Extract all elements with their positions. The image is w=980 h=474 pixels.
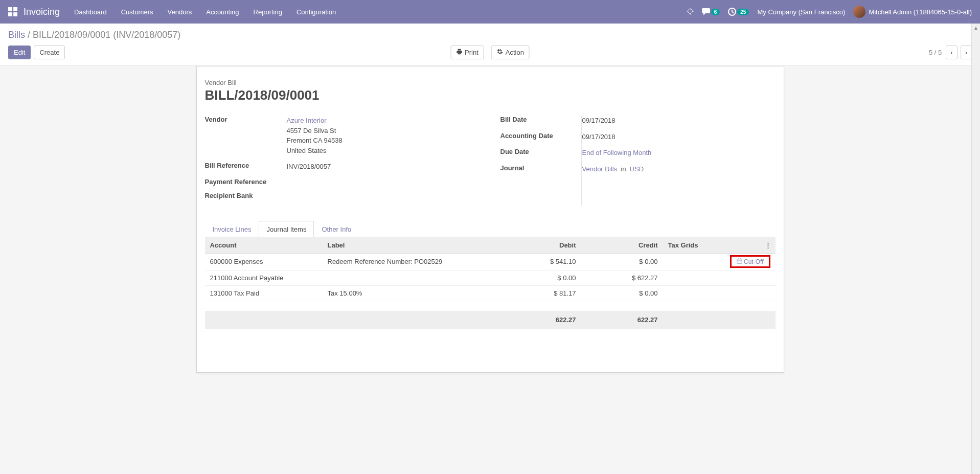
vendor-label: Vendor <box>205 116 287 123</box>
vendor-link[interactable]: Azure Interior <box>287 117 327 124</box>
apps-icon[interactable] <box>8 7 17 16</box>
gear-icon <box>497 49 503 56</box>
breadcrumb-root[interactable]: Bills <box>8 30 25 40</box>
billdate-value: 09/17/2018 <box>582 116 776 126</box>
th-debit[interactable]: Debit <box>499 237 581 254</box>
form-body: Vendor Bill BILL/2018/09/0001 Vendor Azu… <box>0 66 980 474</box>
debug-icon[interactable] <box>687 8 694 16</box>
user-name: Mitchell Admin (11884065-15-0-all) <box>869 8 972 16</box>
journal-value[interactable]: Vendor Bills <box>582 165 618 173</box>
cell-label <box>323 270 499 285</box>
print-label: Print <box>465 49 478 56</box>
navbar-right: 6 25 My Company (San Francisco) Mitchell… <box>687 6 972 18</box>
svg-point-4 <box>688 9 692 13</box>
cell-tax <box>663 253 719 270</box>
svg-rect-2 <box>8 12 12 16</box>
messages-badge: 6 <box>711 9 720 15</box>
cutoff-button[interactable]: Cut-Off <box>734 257 766 266</box>
company-switcher[interactable]: My Company (San Francisco) <box>757 8 845 16</box>
top-navbar: Invoicing Dashboard Customers Vendors Ac… <box>0 0 980 24</box>
menu-accounting[interactable]: Accounting <box>206 8 239 16</box>
cutoff-highlight: Cut-Off <box>730 255 770 268</box>
chevron-left-icon: ‹ <box>950 49 952 56</box>
cell-account: 600000 Expenses <box>205 253 323 270</box>
billref-label: Bill Reference <box>205 162 287 169</box>
chevron-right-icon: › <box>965 49 967 56</box>
action-button[interactable]: Action <box>491 46 530 59</box>
billref-value: INV/2018/0057 <box>287 162 480 172</box>
table-row[interactable]: 600000 Expenses Redeem Reference Number:… <box>205 253 776 270</box>
scrollbar[interactable]: ▲ <box>971 24 980 474</box>
pager-text[interactable]: 5 / 5 <box>929 49 942 56</box>
edit-button[interactable]: Edit <box>8 46 31 59</box>
vendor-addr3: United States <box>287 147 327 154</box>
page-title: BILL/2018/09/0001 <box>205 87 776 103</box>
billdate-label: Bill Date <box>500 116 582 123</box>
payref-label: Payment Reference <box>205 178 287 186</box>
app-brand: Invoicing <box>24 7 60 17</box>
tab-other-info[interactable]: Other Info <box>314 221 359 237</box>
print-icon <box>456 49 462 56</box>
cell-debit: $ 541.10 <box>499 253 581 270</box>
th-taxgrids[interactable]: Tax Grids <box>663 237 719 254</box>
create-button[interactable]: Create <box>34 46 65 59</box>
duedate-label: Due Date <box>500 148 582 155</box>
form-right-col: Bill Date 09/17/2018 Accounting Date 09/… <box>500 116 776 206</box>
cell-label: Tax 15.00% <box>323 285 499 301</box>
table-row[interactable]: 211000 Account Payable $ 0.00 $ 622.27 <box>205 270 776 285</box>
th-credit[interactable]: Credit <box>581 237 663 254</box>
user-menu[interactable]: Mitchell Admin (11884065-15-0-all) <box>853 6 972 18</box>
journal-in: in <box>621 165 626 173</box>
activities-badge: 25 <box>737 9 749 15</box>
cell-label: Redeem Reference Number: PO02529 <box>323 253 499 270</box>
bank-label: Recipient Bank <box>205 192 287 199</box>
tab-invoice-lines[interactable]: Invoice Lines <box>205 221 259 237</box>
svg-rect-0 <box>8 7 12 11</box>
menu-reporting[interactable]: Reporting <box>254 8 282 16</box>
avatar <box>853 6 865 18</box>
cutoff-label: Cut-Off <box>744 258 763 265</box>
form-subtitle: Vendor Bill <box>205 79 776 86</box>
cell-debit: $ 0.00 <box>499 270 581 285</box>
cell-debit: $ 81.17 <box>499 285 581 301</box>
duedate-value[interactable]: End of Following Month <box>582 149 652 156</box>
svg-rect-3 <box>13 12 17 16</box>
columns-menu-icon[interactable]: ⋮ <box>765 241 770 249</box>
menu-dashboard[interactable]: Dashboard <box>74 8 107 16</box>
accdate-label: Accounting Date <box>500 132 582 140</box>
vendor-addr2: Fremont CA 94538 <box>287 137 343 144</box>
cell-account: 131000 Tax Paid <box>205 285 323 301</box>
control-panel: Bills / BILL/2018/09/0001 (INV/2018/0057… <box>0 24 980 66</box>
activities-icon[interactable]: 25 <box>728 8 749 16</box>
total-debit: 622.27 <box>499 311 581 329</box>
cell-credit: $ 0.00 <box>581 285 663 301</box>
print-button[interactable]: Print <box>450 46 484 59</box>
journal-currency[interactable]: USD <box>630 165 644 173</box>
menu-configuration[interactable]: Configuration <box>297 8 336 16</box>
breadcrumb-current: BILL/2018/09/0001 (INV/2018/0057) <box>33 30 180 40</box>
action-label: Action <box>506 49 524 56</box>
pager-prev-button[interactable]: ‹ <box>946 46 957 59</box>
calendar-icon <box>737 258 742 265</box>
scroll-up-icon[interactable]: ▲ <box>972 24 980 32</box>
messages-icon[interactable]: 6 <box>702 8 720 15</box>
svg-rect-10 <box>737 259 742 263</box>
cell-account: 211000 Account Payable <box>205 270 323 285</box>
form-left-col: Vendor Azure Interior 4557 De Silva St F… <box>205 116 480 206</box>
menu-vendors[interactable]: Vendors <box>168 8 192 16</box>
cell-credit: $ 0.00 <box>581 253 663 270</box>
cell-tax <box>663 285 719 301</box>
cell-credit: $ 622.27 <box>581 270 663 285</box>
cell-tax <box>663 270 719 285</box>
menu-customers[interactable]: Customers <box>121 8 153 16</box>
vendor-addr1: 4557 De Silva St <box>287 127 336 134</box>
main-menu: Dashboard Customers Vendors Accounting R… <box>74 8 336 16</box>
pager-next-button[interactable]: › <box>961 46 972 59</box>
table-row[interactable]: 131000 Tax Paid Tax 15.00% $ 81.17 $ 0.0… <box>205 285 776 301</box>
accdate-value: 09/17/2018 <box>582 132 776 142</box>
vendor-value: Azure Interior 4557 De Silva St Fremont … <box>287 116 480 155</box>
svg-rect-1 <box>13 7 17 11</box>
th-account[interactable]: Account <box>205 237 323 254</box>
th-label[interactable]: Label <box>323 237 499 254</box>
tab-journal-items[interactable]: Journal Items <box>259 221 314 237</box>
